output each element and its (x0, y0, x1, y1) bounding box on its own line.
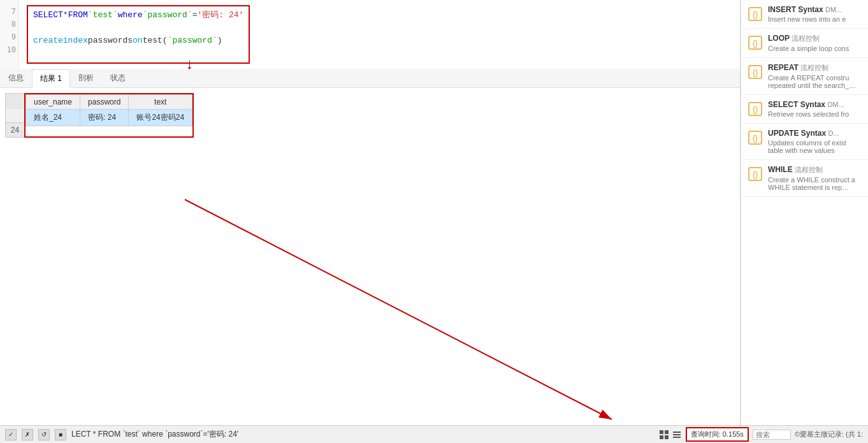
svg-text:{}: {} (753, 68, 758, 77)
tabs-bar: 信息 结果 1 剖析 状态 (0, 69, 740, 88)
code-line-1: SELECT * FROM `test` where `password` = … (33, 9, 243, 22)
snippet-repeat-desc: Create A REPEAT constru repeated until t… (768, 74, 862, 89)
tab-info[interactable]: 信息 (0, 69, 32, 87)
snippet-icon-select: {} (748, 101, 763, 117)
snippet-select-desc: Retrieve rows selected fro (768, 110, 862, 118)
col-header-username: user_name (26, 95, 80, 110)
cell-password: 密码: 24 (80, 110, 129, 126)
tab-status[interactable]: 状态 (102, 69, 134, 87)
snippet-icon-loop: {} (748, 35, 763, 50)
records-info: ©愛慕主徵记录: (共 1: (795, 430, 863, 439)
status-sql-text: LECT * FROM `test` where `password`='密码:… (71, 429, 654, 440)
results-area: 24 user_name password text (0, 88, 740, 425)
svg-rect-17 (665, 435, 669, 439)
right-panel: {} INSERT Syntax DM... Insert new rows i… (741, 0, 868, 425)
svg-rect-15 (665, 430, 669, 434)
search-input[interactable] (753, 430, 791, 440)
snippet-select[interactable]: {} SELECT Syntax DM... Retrieve rows sel… (741, 95, 868, 124)
snippet-repeat[interactable]: {} REPEAT 流程控制 Create A REPEAT constru r… (741, 58, 868, 95)
query-time-box: 查询时间: 0.155s (686, 427, 749, 442)
cancel-button[interactable]: ✗ (22, 429, 33, 440)
snippet-while[interactable]: {} WHILE 流程控制 Create a WHILE construct a… (741, 160, 868, 197)
snippet-icon-while: {} (748, 166, 763, 182)
line-numbers: 7 8 9 10 (0, 0, 19, 69)
snippet-update-title: UPDATE Syntax D... (768, 129, 862, 138)
snippet-insert-title: INSERT Syntax DM... (768, 5, 862, 14)
results-table: user_name password text 姓名_24 密码: 24 账号2… (25, 94, 192, 126)
col-header-text: text (129, 95, 192, 110)
stop-button[interactable]: ■ (55, 429, 66, 440)
status-bar: ✓ ✗ ↺ ■ LECT * FROM `test` where `passwo… (0, 425, 868, 443)
svg-text:{}: {} (753, 170, 758, 179)
snippet-loop[interactable]: {} LOOP 流程控制 Create a simple loop cons (741, 29, 868, 58)
down-arrow: ↓ (185, 57, 194, 73)
snippet-insert[interactable]: {} INSERT Syntax DM... Insert new rows i… (741, 0, 868, 29)
table-row[interactable]: 姓名_24 密码: 24 账号24密码24 (26, 110, 192, 126)
list-view-icon[interactable] (672, 430, 682, 440)
svg-text:{}: {} (753, 10, 758, 19)
col-header-password: password (80, 95, 129, 110)
svg-rect-14 (660, 430, 663, 434)
svg-text:{}: {} (753, 134, 758, 143)
refresh-button[interactable]: ↺ (38, 429, 50, 440)
snippet-loop-desc: Create a simple loop cons (768, 45, 862, 52)
snippet-loop-title: LOOP 流程控制 (768, 34, 862, 43)
grid-view-icon[interactable] (659, 430, 669, 440)
svg-text:{}: {} (753, 39, 758, 48)
svg-line-0 (185, 200, 612, 419)
svg-rect-16 (660, 435, 663, 439)
row-id-col: 24 (5, 93, 24, 138)
snippet-insert-desc: Insert new rows into an e (768, 15, 862, 23)
search-area (753, 430, 791, 440)
svg-text:{}: {} (753, 105, 758, 114)
snippet-while-title: WHILE 流程控制 (768, 165, 862, 175)
snippet-update[interactable]: {} UPDATE Syntax D... Updates columns of… (741, 124, 868, 160)
check-button[interactable]: ✓ (5, 429, 17, 440)
snippet-icon-repeat: {} (748, 64, 763, 80)
tab-results[interactable]: 结果 1 (32, 69, 70, 88)
snippet-update-desc: Updates columns of exist table with new … (768, 139, 862, 154)
cell-text: 账号24密码24 (129, 110, 192, 126)
snippet-icon-insert: {} (748, 6, 763, 22)
snippet-while-desc: Create a WHILE construct a WHILE stateme… (768, 176, 862, 191)
code-line-3: create index passwords on test( `passwor… (33, 34, 243, 47)
snippet-icon-update: {} (748, 130, 763, 145)
tab-profiling[interactable]: 剖析 (70, 69, 102, 87)
snippet-repeat-title: REPEAT 流程控制 (768, 63, 862, 73)
cell-username: 姓名_24 (26, 110, 80, 126)
snippet-select-title: SELECT Syntax DM... (768, 100, 862, 109)
